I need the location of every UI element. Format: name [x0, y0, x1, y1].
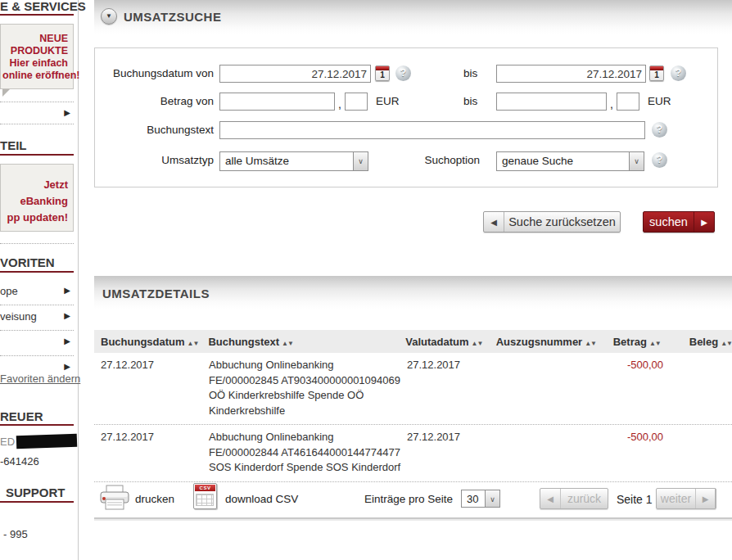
- calendar-icon[interactable]: 1: [375, 65, 390, 81]
- search-form-panel: Buchungsdatum von 1 ? bis 1 ? Betrag von…: [94, 47, 718, 187]
- buchungsdatum-von-label: Buchungsdatum von: [95, 67, 214, 79]
- menu-arrow-icon: ▶: [64, 286, 70, 295]
- reset-search-button[interactable]: ◀ Suche zurücksetzen: [483, 211, 621, 233]
- sort-icon[interactable]: ▲▼: [649, 340, 661, 347]
- umsatztyp-select[interactable]: alle Umsätze ∨: [219, 151, 368, 171]
- sidebar-menu-item[interactable]: ▶: [0, 102, 74, 123]
- sidebar-item-favorite[interactable]: ope ▶: [0, 280, 74, 305]
- column-label: Beleg: [689, 336, 718, 348]
- calendar-day: 1: [376, 70, 389, 80]
- sidebar-item-favorite[interactable]: ▶: [0, 356, 74, 373]
- form-row-umsatztyp: Umsatztyp alle Umsätze ∨ Suchoption gena…: [95, 151, 717, 173]
- cell-betrag: -500,00: [612, 358, 670, 373]
- table-footer: drucken CSV download CSV Einträge pro Se…: [94, 480, 732, 519]
- banner-line: Hier einfach: [2, 58, 68, 69]
- divider: [0, 243, 74, 244]
- banner-line: pp updaten!: [2, 210, 68, 225]
- page-indicator: Seite 1: [617, 493, 653, 506]
- banner-corner-decoration: [2, 89, 10, 97]
- csv-badge: CSV: [195, 485, 215, 491]
- betreuer-phone: -641426: [0, 455, 39, 467]
- sidebar-item-favorite[interactable]: veisung ▶: [0, 305, 74, 331]
- bis-label: bis: [463, 95, 477, 107]
- banner-line: eBanking: [2, 194, 68, 209]
- table-row: 27.12.2017 Abbuchung Onlinebanking FE/00…: [94, 425, 732, 482]
- column-header-auszugsnummer[interactable]: Auszugsnummer▲▼: [494, 336, 610, 348]
- heading-rule: [0, 154, 74, 156]
- sort-icon[interactable]: ▲▼: [472, 340, 483, 347]
- column-header-buchungstext[interactable]: Buchungstext▲▼: [202, 336, 400, 348]
- back-button[interactable]: ◀ zurück: [540, 488, 608, 509]
- sidebar-heading-betreuer: REUER: [0, 409, 43, 423]
- menu-arrow-icon: ▶: [64, 336, 70, 345]
- search-button[interactable]: suchen ▶: [643, 211, 715, 233]
- buchungstext-input[interactable]: [219, 121, 645, 139]
- cell-buchungstext: Abbuchung Onlinebanking FE/000002844 AT4…: [203, 430, 401, 476]
- printer-icon[interactable]: [99, 485, 130, 511]
- calendar-icon[interactable]: 1: [649, 65, 664, 81]
- support-phone: - 995: [3, 528, 28, 540]
- help-icon[interactable]: ?: [652, 152, 667, 168]
- sidebar: E & SERVICES NEUE PRODUKTE Hier einfach …: [0, 0, 79, 560]
- betreuer-name[interactable]: ED: [0, 436, 15, 448]
- heading-rule: [0, 424, 74, 426]
- column-header-buchungsdatum[interactable]: Buchungsdatum▲▼: [94, 336, 202, 348]
- betrag-bis-input[interactable]: [496, 93, 607, 111]
- column-label: Buchungsdatum: [101, 336, 185, 348]
- next-button[interactable]: weiter ▶: [656, 488, 716, 509]
- umsatzdetails-header: UMSATZDETAILS: [94, 276, 732, 309]
- arrow-right-icon: ▶: [694, 212, 714, 232]
- betrag-bis-cents-input[interactable]: [617, 93, 639, 111]
- heading-rule: [0, 14, 74, 16]
- help-icon[interactable]: ?: [671, 65, 686, 81]
- chevron-down-icon[interactable]: ∨: [485, 490, 499, 507]
- betrag-von-input[interactable]: [219, 93, 335, 111]
- umsatzsuche-header: ▼ UMSATZSUCHE: [94, 0, 732, 34]
- column-header-betrag[interactable]: Betrag▲▼: [610, 336, 667, 348]
- transactions-table: Buchungsdatum▲▼ Buchungstext▲▼ Valutadat…: [94, 330, 732, 482]
- help-icon[interactable]: ?: [652, 122, 667, 138]
- column-label: Betrag: [613, 336, 647, 348]
- redaction-bar: [16, 434, 78, 449]
- calendar-day: 1: [650, 70, 663, 80]
- sort-icon[interactable]: ▲▼: [188, 340, 199, 347]
- collapse-arrow-icon: ▼: [106, 13, 112, 20]
- arrow-left-icon: ◀: [540, 489, 561, 508]
- entries-per-page-select[interactable]: 30 ∨: [461, 490, 500, 508]
- print-button[interactable]: drucken: [135, 493, 174, 505]
- collapse-toggle-button[interactable]: ▼: [101, 8, 117, 25]
- decimal-comma: ,: [338, 97, 341, 111]
- arrow-right-icon: ▶: [695, 489, 716, 508]
- cell-valutadatum: 27.12.2017: [401, 430, 495, 445]
- column-header-valutadatum[interactable]: Valutadatum▲▼: [400, 336, 493, 348]
- betrag-von-label: Betrag von: [95, 95, 214, 107]
- new-products-banner[interactable]: NEUE PRODUKTE Hier einfach online eröffn…: [0, 24, 74, 89]
- search-label: suchen: [644, 212, 694, 232]
- csv-icon[interactable]: CSV: [193, 483, 217, 509]
- suchoption-label: Suchoption: [382, 154, 480, 166]
- ebanking-update-banner[interactable]: Jetzt eBanking pp updaten!: [0, 164, 74, 232]
- download-csv-button[interactable]: download CSV: [225, 493, 298, 505]
- arrow-left-icon: ◀: [484, 212, 504, 232]
- heading-rule: [0, 501, 74, 503]
- help-icon[interactable]: ?: [395, 65, 411, 81]
- betrag-von-cents-input[interactable]: [345, 93, 368, 111]
- banner-line: NEUE: [2, 34, 68, 44]
- chevron-down-icon[interactable]: ∨: [353, 152, 368, 170]
- favorites-edit-link[interactable]: Favoriten ändern: [0, 373, 80, 385]
- column-label: Buchungstext: [208, 336, 279, 348]
- column-header-beleg[interactable]: Beleg▲▼: [667, 336, 732, 348]
- column-label: Auszugsnummer: [496, 336, 582, 348]
- buchungsdatum-bis-input[interactable]: [496, 65, 646, 83]
- chevron-down-icon[interactable]: ∨: [629, 152, 644, 170]
- sort-icon[interactable]: ▲▼: [585, 340, 596, 347]
- umsatzdetails-title: UMSATZDETAILS: [102, 287, 210, 300]
- sort-icon[interactable]: ▲▼: [721, 340, 732, 347]
- buchungsdatum-von-input[interactable]: [219, 65, 371, 83]
- form-row-buchungstext: Buchungstext ?: [95, 121, 717, 142]
- form-row-betrag: Betrag von , EUR bis , EUR: [95, 93, 717, 114]
- entries-per-page-value: 30: [467, 493, 478, 505]
- suchoption-select[interactable]: genaue Suche ∨: [496, 151, 644, 171]
- sort-icon[interactable]: ▲▼: [282, 340, 293, 347]
- sidebar-item-favorite[interactable]: ▶: [0, 331, 74, 356]
